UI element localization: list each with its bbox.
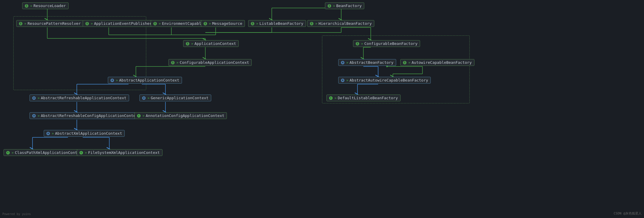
node-message-source: i » MessageSource [201,20,245,27]
node-label: AbstractApplicationContext [119,78,179,82]
node-abstract-bean-factory: a » AbstractBeanFactory [338,59,396,66]
interface-icon: i [153,22,157,25]
interface-icon: i [403,61,406,64]
node-label: ApplicationContext [194,41,236,46]
node-label: DefaultListableBeanFactory [338,96,398,100]
node-autowire-capable-bean-factory: i » AutowireCapableBeanFactory [400,59,474,66]
class-icon: c [6,151,10,154]
node-resource-loader: i » ResourceLoader [22,2,69,9]
node-application-context: i » ApplicationContext [183,40,239,47]
abstract-icon: a [110,79,114,82]
node-label: MessageSource [212,21,242,26]
abstract-icon: a [341,61,344,64]
abstract-icon: a [341,79,344,82]
interface-icon: i [19,22,22,25]
interface-icon: i [328,4,331,8]
node-abstract-refreshable-app-context: a » AbstractRefreshableApplicationContex… [30,95,129,101]
class-icon: c [137,114,141,118]
node-abstract-autowire-capable-bf: a » AbstractAutowireCapableBeanFactory [338,77,431,84]
interface-icon: i [186,42,189,45]
node-label: ConfigurableApplicationContext [180,60,249,65]
node-label: AbstractBeanFactory [349,60,393,65]
node-label: GenericApplicationContext [151,96,209,100]
watermark: Powered by yuins [2,212,31,216]
node-label: AnnotationConfigApplicationContext [146,113,224,118]
node-default-listable-bean-factory: c » DefaultListableBeanFactory [326,95,401,101]
node-classpath-xml-app-context: c » ClassPathXmlApplicationContext [4,149,87,156]
node-label: AutowireCapableBeanFactory [412,60,472,65]
node-label: AbstractRefreshableConfigApplicationCont… [41,113,140,118]
node-label: HierarchicalBeanFactory [318,21,372,26]
node-label: ResourceLoader [33,4,66,8]
interface-icon: i [204,22,207,25]
abstract-icon: a [142,96,146,100]
abstract-icon: a [32,96,36,100]
interface-icon: i [310,22,313,25]
interface-icon: i [171,61,175,64]
interface-icon: i [85,22,89,25]
node-generic-app-context: a » GenericApplicationContext [139,95,211,101]
node-label: AbstractRefreshableApplicationContext [41,96,126,100]
csdn-tag: CSDN @灰色狐星人 [614,211,642,216]
node-annotation-config-app-context: c » AnnotationConfigApplicationContext [134,112,227,119]
node-abstract-xml-app-context: a » AbstractXmlApplicationContext [44,130,125,137]
node-label: AbstractAutowireCapableBeanFactory [349,78,428,82]
node-hierarchical-bean-factory: i » HierarchicalBeanFactory [307,20,374,27]
node-app-event-publisher: i » ApplicationEventPublisher [83,20,155,27]
node-label: EnvironmentCapable [162,21,204,26]
interface-icon: i [251,22,254,25]
node-abstract-app-context: a » AbstractApplicationContext [108,77,182,84]
node-filesystem-xml-app-context: c » FileSystemXmlApplicationContext [77,149,162,156]
interface-icon: i [25,4,28,8]
node-label: BeanFactory [336,4,362,8]
class-icon: c [329,96,333,100]
diagram-container: i » ResourceLoader i » BeanFactory i » R… [0,0,644,218]
node-configurable-app-context: i » ConfigurableApplicationContext [168,59,252,66]
node-label: FileSystemXmlApplicationContext [88,150,160,155]
node-label: ResourcePatternResolver [27,21,81,26]
node-bean-factory: i » BeanFactory [325,2,364,9]
node-listable-bean-factory: i » ListableBeanFactory [248,20,306,27]
interface-icon: i [356,42,359,45]
node-resource-pattern-resolver: i » ResourcePatternResolver [16,20,83,27]
abstract-icon: a [46,132,50,135]
node-configurable-bean-factory: i » ConfigurableBeanFactory [353,40,420,47]
node-label: ConfigurableBeanFactory [364,41,417,46]
class-icon: c [79,151,83,154]
node-abstract-refreshable-config-app-context: a » AbstractRefreshableConfigApplication… [30,112,143,119]
node-label: ListableBeanFactory [259,21,303,26]
node-label: ApplicationEventPublisher [94,21,152,26]
node-label: ClassPathXmlApplicationContext [15,150,84,155]
abstract-icon: a [32,114,36,118]
node-environment-capable: i » EnvironmentCapable [151,20,206,27]
node-label: AbstractXmlApplicationContext [55,131,122,136]
